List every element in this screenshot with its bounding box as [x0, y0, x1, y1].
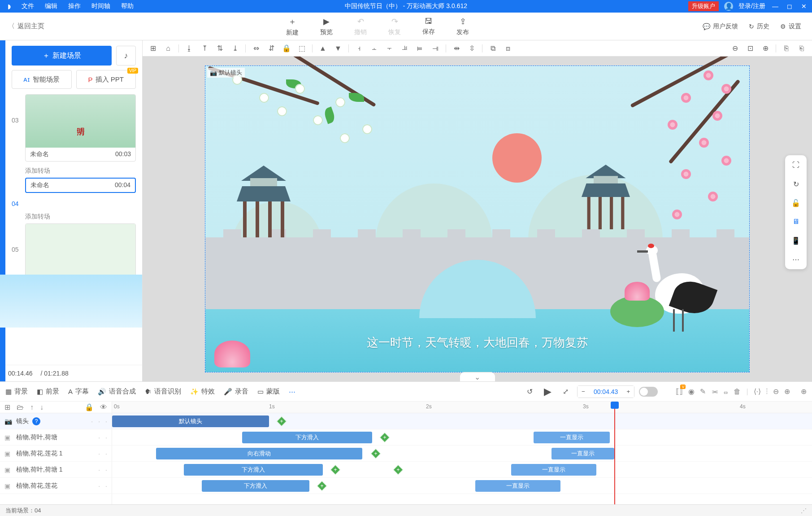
publish-button[interactable]: ⇪发布: [456, 17, 469, 36]
undo-button[interactable]: ↶撤销: [354, 17, 367, 36]
menu-edit[interactable]: 编辑: [45, 2, 57, 10]
menu-file[interactable]: 文件: [22, 2, 34, 10]
clip[interactable]: 一直显示: [551, 448, 614, 459]
help-icon[interactable]: ?: [32, 417, 40, 425]
track-row[interactable]: ▣植物,荷叶,荷塘 1··: [0, 462, 112, 478]
ungroup-icon[interactable]: ⧈: [501, 42, 515, 55]
crop-icon[interactable]: ⬚: [295, 42, 308, 55]
keyframe[interactable]: [277, 416, 287, 427]
fullscreen-icon[interactable]: ⛶: [790, 160, 801, 171]
track-row[interactable]: ▣植物,荷花,莲花 1··: [0, 446, 112, 462]
align-center-icon[interactable]: ⫠: [368, 42, 381, 55]
clip[interactable]: 下方滑入: [184, 464, 323, 476]
time-minus[interactable]: −: [578, 386, 589, 398]
settings-link[interactable]: ⚙设置: [780, 22, 801, 31]
filter-icon[interactable]: ⏛: [724, 388, 728, 396]
distribute-h-icon[interactable]: ⇹: [450, 42, 463, 55]
playhead[interactable]: [614, 402, 615, 504]
edit-icon[interactable]: ✎: [700, 387, 706, 396]
insert-ppt-button[interactable]: P插入 PPTVIP: [76, 70, 136, 89]
tl-zoom-in[interactable]: ⊕: [784, 387, 790, 396]
layer-down-icon[interactable]: ▼: [331, 42, 345, 55]
valign-mid-icon[interactable]: ⫢: [413, 42, 427, 55]
minimize-button[interactable]: —: [771, 3, 780, 10]
maximize-button[interactable]: ◻: [785, 3, 794, 10]
keyframe[interactable]: [330, 465, 341, 475]
new-scene-button[interactable]: ＋新建场景: [12, 46, 112, 66]
eye-icon[interactable]: 👁: [100, 403, 107, 411]
clip[interactable]: 默认镜头: [112, 415, 269, 427]
unlock-icon[interactable]: 🔓: [790, 197, 801, 208]
scene-item[interactable]: 05: [12, 223, 136, 277]
align-right-icon[interactable]: ⫟: [383, 42, 396, 55]
save-button[interactable]: 🖫保存: [422, 17, 435, 36]
align-top-icon[interactable]: ⤒: [198, 42, 211, 55]
rotate-icon[interactable]: ↻: [790, 179, 801, 189]
clip[interactable]: 下方滑入: [242, 432, 372, 443]
lock-all-icon[interactable]: 🔒: [85, 403, 94, 411]
redo-button[interactable]: ↷恢复: [388, 17, 401, 36]
clip[interactable]: 一直显示: [534, 432, 610, 443]
link-icon[interactable]: ⫘: [711, 388, 718, 396]
add-transition[interactable]: 添加转场: [12, 164, 136, 178]
bracket-icon[interactable]: ⟦⟧V: [676, 387, 683, 396]
flip-v-icon[interactable]: ⇵: [265, 42, 278, 55]
trash-icon[interactable]: 🗑: [734, 388, 741, 396]
layout-icon[interactable]: ⊞: [146, 42, 160, 55]
align-middle-icon[interactable]: ⇅: [213, 42, 226, 55]
folder-icon[interactable]: 🗁: [17, 403, 24, 411]
keyframe[interactable]: [317, 481, 327, 491]
timeline-lane[interactable]: 0s 1s 2s 3s 4s 默认镜头 下方滑入 一直显示 向右滑动 一直显示: [112, 402, 812, 504]
tab-record[interactable]: 🎤录音: [224, 387, 248, 396]
menu-help[interactable]: 帮助: [121, 2, 134, 10]
up-icon[interactable]: ↑: [30, 403, 34, 411]
add-transition[interactable]: 添加转场: [12, 210, 136, 223]
keyframe[interactable]: [380, 433, 390, 443]
toggle-switch[interactable]: [639, 387, 658, 397]
lane-row[interactable]: 下方滑入 一直显示: [112, 429, 812, 446]
align-left-icon[interactable]: ⫞: [352, 42, 366, 55]
stage[interactable]: 📷默认镜头 这一时节，天气转暖，大地回春，万物复苏: [205, 66, 750, 372]
scene-item[interactable]: 03 清明 未命名00:03: [12, 94, 136, 162]
time-plus[interactable]: +: [622, 386, 634, 398]
zoom-fit-icon[interactable]: ⊡: [743, 42, 757, 55]
ruler[interactable]: 0s 1s 2s 3s 4s: [112, 402, 812, 413]
track-row[interactable]: ▣植物,荷花,莲花··: [0, 478, 112, 494]
camera-icon[interactable]: ◉: [688, 387, 695, 396]
music-button[interactable]: ♪: [116, 46, 136, 66]
panel-strip[interactable]: [0, 40, 5, 381]
more-icon[interactable]: ⋯: [790, 254, 801, 265]
clip[interactable]: 一直显示: [511, 464, 596, 476]
close-button[interactable]: ✕: [799, 3, 808, 10]
clip[interactable]: 下方滑入: [202, 480, 309, 492]
tab-effect[interactable]: ✨特效: [190, 387, 215, 396]
download-icon[interactable]: ⭳: [182, 42, 196, 55]
more-button[interactable]: ⋯: [289, 388, 295, 396]
add-track-icon[interactable]: ⊕: [801, 387, 807, 396]
lane-row[interactable]: 下方滑入 一直显示: [112, 462, 812, 478]
camera-label[interactable]: 📷默认镜头: [207, 68, 245, 78]
history-link[interactable]: ↻历史: [749, 22, 769, 31]
add-track-icon[interactable]: ⊞: [4, 403, 10, 411]
resize-handle-icon[interactable]: ⋰: [801, 507, 807, 514]
split-icon[interactable]: ⦙: [766, 388, 768, 396]
tab-asr[interactable]: 🗣语音识别: [145, 387, 181, 396]
down-icon[interactable]: ↓: [40, 403, 43, 411]
tl-zoom-out[interactable]: ⊖: [773, 387, 779, 396]
valign-top-icon[interactable]: ⫡: [398, 42, 412, 55]
keyframe[interactable]: [393, 465, 404, 475]
back-button[interactable]: 〈 返回主页: [0, 13, 52, 40]
distribute-v-icon[interactable]: ⇳: [465, 42, 478, 55]
ai-scene-button[interactable]: ᴀɪ智能场景: [12, 70, 72, 89]
align-bottom-icon[interactable]: ⤓: [228, 42, 242, 55]
copy-icon[interactable]: ⎘: [780, 42, 793, 55]
scene-item[interactable]: 04 未命名00:04: [12, 178, 136, 207]
login-link[interactable]: 登录/注册: [738, 2, 765, 10]
preview-button[interactable]: ▶预览: [320, 17, 333, 36]
lane-camera[interactable]: 默认镜头: [112, 413, 812, 429]
canvas-stage[interactable]: 📷默认镜头 这一时节，天气转暖，大地回春，万物复苏 ⛶ ↻ 🔓 🖥 📱 ⋯ ⌄: [143, 57, 812, 381]
play-button[interactable]: ▶: [541, 385, 555, 398]
tab-tts[interactable]: 🔊语音合成: [98, 387, 136, 396]
zoom-in-icon[interactable]: ⊕: [759, 42, 772, 55]
tab-foreground[interactable]: ◧前景: [37, 387, 59, 396]
